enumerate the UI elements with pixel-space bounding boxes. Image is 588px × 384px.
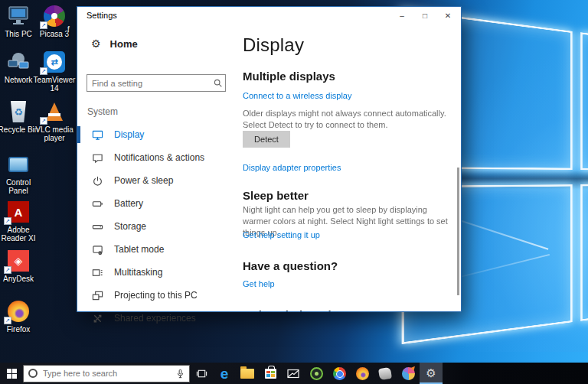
detect-button[interactable]: Detect [243, 131, 290, 148]
desktop-icon-picasa[interactable]: ↗ Picasa 3 [31, 5, 77, 38]
shortcut-arrow-icon: ↗ [4, 317, 11, 324]
cortana-icon [28, 369, 38, 378]
sidebar-item-label: Shared experiences [114, 313, 196, 324]
taskbar-android-app-button[interactable] [305, 363, 328, 384]
sidebar-item-storage[interactable]: Storage [77, 215, 240, 238]
taskbar-file-explorer-button[interactable] [236, 363, 259, 384]
settings-main-pane: Display Multiple displays Connect to a w… [240, 25, 461, 311]
desktop-icon-label: TeamViewer 14 [31, 76, 77, 93]
android-app-icon [310, 367, 323, 380]
taskbar-firefox-button[interactable] [351, 363, 374, 384]
shortcut-arrow-icon: ↗ [40, 67, 47, 75]
maximize-button[interactable]: □ [413, 7, 436, 24]
sidebar-item-power-sleep[interactable]: Power & sleep [77, 169, 240, 192]
desktop-icon-control-panel[interactable]: Control Panel [0, 153, 41, 195]
connect-wireless-display-link[interactable]: Connect to a wireless display [243, 91, 351, 100]
game-app-icon [378, 366, 392, 379]
sidebar-item-multitasking[interactable]: Multitasking [77, 261, 240, 284]
gear-icon: ⚙ [91, 37, 101, 50]
file-explorer-icon [240, 369, 254, 379]
windows-logo-pane [580, 184, 588, 321]
desktop-icon-label: VLC media player [31, 125, 77, 142]
power-icon [91, 175, 103, 187]
sidebar-item-display[interactable]: Display [77, 123, 240, 146]
vlc-icon: ↗ [41, 100, 67, 123]
store-icon [265, 369, 276, 379]
display-adapter-properties-link[interactable]: Display adapter properties [243, 163, 341, 172]
taskbar: e ⚙ [0, 363, 588, 384]
sidebar-item-battery[interactable]: Battery [77, 192, 240, 215]
network-icon [5, 50, 31, 73]
sidebar-item-label: Multitasking [114, 267, 162, 278]
find-setting-input[interactable] [87, 79, 210, 88]
desktop-icon-anydesk[interactable]: ◈↗ AnyDesk [0, 249, 41, 283]
taskbar-search[interactable] [23, 365, 190, 382]
tablet-icon [91, 244, 103, 255]
adobe-reader-icon: A↗ [5, 200, 31, 223]
recycle-bin-icon: ♻ [5, 100, 31, 123]
minimize-button[interactable]: – [390, 7, 413, 24]
start-button[interactable] [0, 363, 23, 384]
desktop-icon-teamviewer[interactable]: ⇄ ↗ TeamViewer 14 [31, 50, 77, 93]
multitasking-icon [91, 267, 103, 278]
settings-window: Settings – □ ✕ ⚙ Home System Display [77, 6, 462, 312]
settings-gear-icon: ⚙ [426, 367, 436, 379]
desktop-icon-vlc[interactable]: ↗ VLC media player [31, 100, 77, 142]
multiple-displays-heading: Multiple displays [243, 70, 335, 83]
sidebar-item-home[interactable]: ⚙ Home [91, 34, 138, 53]
titlebar[interactable]: Settings – □ ✕ [77, 7, 461, 25]
microphone-icon[interactable] [176, 369, 185, 379]
taskbar-search-input[interactable] [43, 369, 171, 378]
taskbar-media-app-button[interactable] [397, 363, 420, 384]
taskbar-game-app-button[interactable] [374, 363, 397, 384]
taskbar-mail-button[interactable] [282, 363, 305, 384]
taskbar-store-button[interactable] [259, 363, 282, 384]
desktop-icon-label: Picasa 3 [40, 30, 69, 38]
windows-logo-pane [580, 32, 588, 170]
get-help-setting-up-link[interactable]: Get help setting it up [243, 230, 320, 239]
desktop-icon-adobe-reader[interactable]: A↗ Adobe Reader XI [0, 200, 41, 242]
shortcut-arrow-icon: ↗ [40, 117, 47, 125]
control-panel-icon [5, 153, 31, 176]
get-help-link[interactable]: Get help [243, 279, 275, 288]
partial-desktop-label: f [67, 25, 70, 34]
sidebar-item-label: Display [114, 129, 144, 140]
taskbar-settings-button[interactable]: ⚙ [420, 363, 443, 384]
desktop-icon-firefox[interactable]: ↗ Firefox [0, 300, 41, 334]
sidebar-item-tablet-mode[interactable]: Tablet mode [77, 238, 240, 261]
anydesk-icon: ◈↗ [5, 249, 31, 272]
desktop-icon-label: This PC [5, 30, 32, 38]
storage-icon [91, 221, 103, 233]
windows-start-icon [7, 369, 17, 379]
firefox-icon: ↗ [5, 300, 31, 323]
shared-experiences-icon [91, 313, 103, 324]
shortcut-arrow-icon: ↗ [4, 266, 11, 274]
sidebar-item-projecting[interactable]: Projecting to this PC [77, 284, 240, 307]
shortcut-arrow-icon: ↗ [40, 21, 47, 29]
this-pc-icon [5, 5, 31, 28]
sidebar-item-notifications[interactable]: Notifications & actions [77, 146, 240, 169]
close-button[interactable]: ✕ [436, 7, 459, 24]
find-setting-searchbox[interactable] [87, 74, 226, 92]
multiple-displays-body: Older displays might not always connect … [243, 108, 456, 131]
taskbar-chrome-button[interactable] [328, 363, 351, 384]
sidebar-item-label: Battery [114, 198, 143, 209]
page-title: Display [243, 34, 304, 56]
task-view-button[interactable] [190, 363, 213, 384]
sleep-better-heading: Sleep better [243, 189, 309, 202]
chrome-icon [333, 367, 346, 380]
edge-icon: e [220, 366, 229, 381]
window-scrollbar[interactable] [457, 168, 459, 295]
picasa-icon: ↗ [41, 5, 67, 28]
make-windows-better-heading: Make Windows better [243, 308, 360, 311]
shortcut-arrow-icon: ↗ [4, 217, 11, 225]
notifications-icon [91, 152, 103, 164]
taskbar-edge-button[interactable]: e [213, 363, 236, 384]
sidebar-item-label: Tablet mode [114, 244, 164, 255]
sidebar-item-shared-experiences[interactable]: Shared experiences [77, 307, 240, 330]
task-view-icon [196, 368, 207, 379]
sidebar-item-label: Projecting to this PC [114, 290, 198, 301]
teamviewer-icon: ⇄ ↗ [41, 50, 67, 73]
media-app-icon [402, 367, 415, 380]
sidebar-section-label: System [87, 106, 118, 117]
